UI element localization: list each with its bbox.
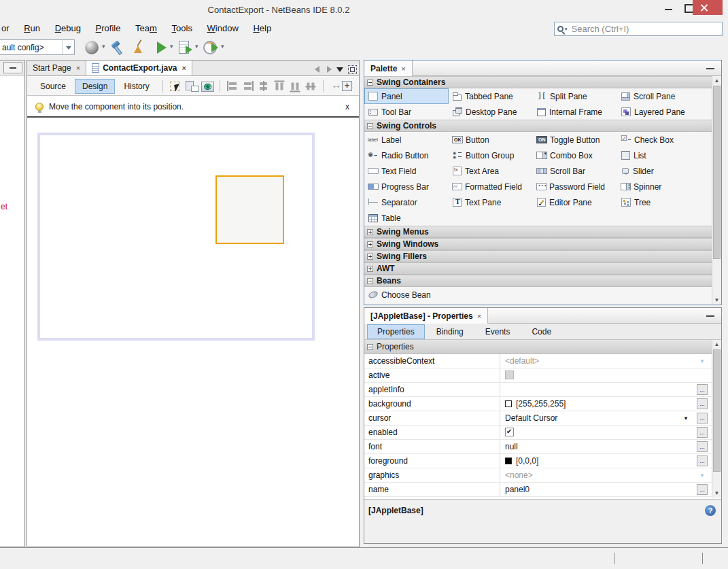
close-icon[interactable]: × bbox=[76, 64, 80, 72]
debug-project-button[interactable] bbox=[177, 39, 194, 57]
expand-icon[interactable] bbox=[367, 254, 373, 260]
palette-scrollbar[interactable]: ▲ ▼ bbox=[712, 76, 721, 305]
palette-item-button-group[interactable]: Button Group bbox=[449, 148, 533, 163]
menu-item-help[interactable]: Help bbox=[247, 20, 277, 33]
maximize-editor-icon[interactable] bbox=[347, 65, 356, 73]
scrollbar-thumb[interactable] bbox=[713, 86, 721, 259]
palette-item-check-box[interactable]: Check Box bbox=[617, 132, 701, 148]
align-top-icon[interactable] bbox=[272, 79, 287, 93]
tab-japplet-properties[interactable]: [JAppletBase] - Properties × bbox=[364, 308, 488, 324]
palette-item-desktop-pane[interactable]: Desktop Pane bbox=[449, 104, 533, 120]
ellipsis-button[interactable]: ... bbox=[697, 384, 708, 395]
palette-item-text-area[interactable]: Text Area bbox=[449, 163, 533, 179]
dropdown-icon[interactable]: ▼ bbox=[683, 415, 689, 421]
run-dropdown-icon[interactable] bbox=[170, 46, 175, 52]
minimize-panel-icon[interactable] bbox=[3, 62, 22, 73]
configuration-combo[interactable]: ault config> bbox=[0, 39, 75, 55]
preview-design-icon[interactable] bbox=[200, 79, 214, 94]
scroll-down-icon[interactable]: ▼ bbox=[712, 489, 721, 498]
palette-section-swing-containers[interactable]: Swing Containers bbox=[364, 76, 712, 88]
palette-item-toggle-button[interactable]: Toggle Button bbox=[533, 132, 617, 148]
minimize-properties-icon[interactable] bbox=[704, 310, 717, 321]
palette-item-table[interactable]: Table bbox=[364, 210, 449, 226]
expand-icon[interactable] bbox=[367, 229, 373, 235]
property-row-enabled[interactable]: enabled ... bbox=[364, 426, 712, 440]
palette-item-editor-pane[interactable]: Editor Pane bbox=[533, 194, 617, 210]
palette-section-swing-windows[interactable]: Swing Windows bbox=[364, 238, 712, 250]
property-row-font[interactable]: font null ... bbox=[364, 440, 712, 454]
tab-list-dropdown-icon[interactable] bbox=[336, 65, 345, 73]
palette-item-combo-box[interactable]: Combo Box bbox=[533, 148, 617, 163]
property-row-accessiblecontext[interactable]: accessibleContext <default> ▼ bbox=[364, 354, 712, 368]
palette-item-layered-pane[interactable]: Layered Pane bbox=[617, 104, 701, 120]
align-bottom-icon[interactable] bbox=[288, 79, 302, 93]
view-button-design[interactable]: Design bbox=[75, 79, 115, 94]
expand-icon[interactable] bbox=[367, 241, 373, 247]
tab-palette[interactable]: Palette × bbox=[364, 61, 413, 76]
enabled-checkbox[interactable] bbox=[505, 428, 514, 436]
menu-item-team[interactable]: Team bbox=[129, 20, 163, 33]
property-row-background[interactable]: background [255,255,255] ... bbox=[364, 397, 712, 411]
collapse-icon[interactable] bbox=[367, 80, 373, 86]
ellipsis-button[interactable]: ... bbox=[697, 441, 708, 452]
palette-item-scroll-pane[interactable]: Scroll Pane bbox=[617, 88, 701, 104]
palette-item-tabbed-pane[interactable]: Tabbed Pane bbox=[449, 88, 533, 104]
align-center-horizontal-icon[interactable] bbox=[256, 79, 271, 94]
property-row-active[interactable]: active bbox=[364, 368, 712, 383]
help-icon[interactable]: ? bbox=[705, 505, 716, 516]
minimize-palette-icon[interactable] bbox=[704, 63, 717, 73]
align-right-icon[interactable] bbox=[241, 79, 255, 94]
tab-events[interactable]: Events bbox=[475, 324, 521, 339]
ellipsis-button[interactable]: ... bbox=[697, 455, 708, 466]
minimize-window-icon[interactable] bbox=[659, 0, 678, 15]
close-icon[interactable]: × bbox=[182, 64, 186, 72]
palette-item-text-pane[interactable]: Text Pane bbox=[449, 194, 533, 210]
palette-section-swing-fillers[interactable]: Swing Fillers bbox=[364, 250, 712, 262]
deploy-button[interactable] bbox=[83, 39, 101, 57]
scroll-up-icon[interactable]: ▲ bbox=[712, 340, 721, 349]
palette-item-tool-bar[interactable]: Tool Bar bbox=[364, 104, 449, 120]
menu-item-window[interactable]: Window bbox=[201, 20, 245, 33]
chevron-down-icon[interactable] bbox=[62, 40, 74, 54]
quick-search-box[interactable]: ▾ bbox=[554, 22, 723, 36]
properties-section-header[interactable]: Properties bbox=[364, 340, 712, 354]
dropdown-icon[interactable]: ▼ bbox=[699, 358, 705, 364]
collapse-icon[interactable] bbox=[367, 123, 373, 129]
run-project-button[interactable] bbox=[152, 39, 170, 57]
tab-binding[interactable]: Binding bbox=[426, 324, 474, 339]
ellipsis-button[interactable]: ... bbox=[697, 427, 708, 438]
profile-dropdown-icon[interactable] bbox=[221, 46, 226, 52]
collapse-icon[interactable] bbox=[367, 278, 373, 284]
view-button-source[interactable]: Source bbox=[33, 79, 73, 94]
palette-item-spinner[interactable]: Spinner bbox=[617, 179, 701, 194]
property-row-name[interactable]: name panel0 ... bbox=[364, 483, 712, 497]
palette-item-formatted-field[interactable]: Formatted Field bbox=[449, 179, 533, 194]
auto-resize-icon[interactable] bbox=[340, 79, 355, 94]
palette-section-swing-menus[interactable]: Swing Menus bbox=[364, 226, 712, 238]
palette-item-choose-bean[interactable]: Choose Bean bbox=[364, 287, 701, 303]
palette-item-text-field[interactable]: Text Field bbox=[364, 163, 449, 179]
palette-item-radio-button[interactable]: Radio Button bbox=[364, 148, 449, 163]
palette-item-tree[interactable]: Tree bbox=[617, 194, 701, 210]
ellipsis-button[interactable]: ... bbox=[697, 413, 708, 424]
menu-item-refactor-cut[interactable]: or bbox=[0, 20, 16, 33]
design-canvas[interactable] bbox=[27, 119, 359, 547]
palette-section-swing-controls[interactable]: Swing Controls bbox=[364, 120, 712, 132]
build-project-button[interactable] bbox=[109, 39, 126, 57]
palette-item-slider[interactable]: Slider bbox=[617, 163, 701, 179]
tab-start-page[interactable]: Start Page × bbox=[27, 61, 86, 75]
properties-scrollbar[interactable]: ▲ ▼ bbox=[712, 340, 721, 498]
palette-item-split-pane[interactable]: Split Pane bbox=[533, 88, 617, 104]
close-icon[interactable]: × bbox=[477, 312, 481, 320]
ellipsis-button[interactable]: ... bbox=[697, 484, 708, 495]
property-row-graphics[interactable]: graphics <none> ▼ bbox=[364, 468, 712, 483]
collapse-icon[interactable] bbox=[367, 344, 373, 350]
menu-item-tools[interactable]: Tools bbox=[166, 20, 198, 33]
scroll-tabs-left-icon[interactable] bbox=[313, 65, 322, 73]
palette-item-internal-frame[interactable]: Internal Frame bbox=[533, 104, 617, 120]
scroll-tabs-right-icon[interactable] bbox=[324, 65, 333, 73]
dropdown-icon[interactable]: ▼ bbox=[699, 472, 705, 479]
property-row-foreground[interactable]: foreground [0,0,0] ... bbox=[364, 454, 712, 468]
palette-item-button[interactable]: Button bbox=[449, 132, 533, 148]
tab-contactexport-java[interactable]: ContactExport.java × bbox=[86, 61, 192, 75]
